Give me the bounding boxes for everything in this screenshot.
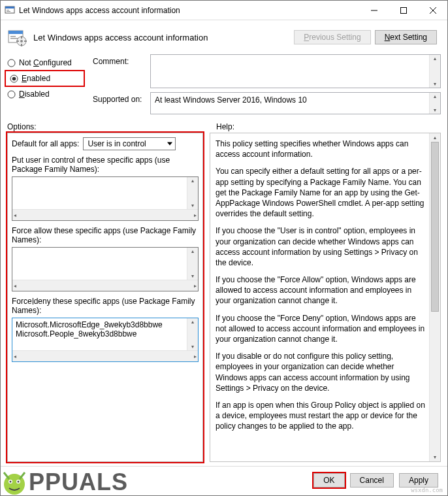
window-title: Let Windows apps access account informat… — [19, 6, 359, 15]
chevron-left-icon: ◂ — [14, 354, 16, 359]
scrollbar[interactable]: ▴ ▾ — [429, 93, 440, 114]
state-radiogroup: Not Configured Enabled Disabled — [7, 54, 82, 99]
supported-on-field: At least Windows Server 2016, Windows 10… — [150, 92, 441, 114]
svg-rect-2 — [7, 10, 9, 10]
chevron-up-icon: ▴ — [191, 248, 194, 255]
svg-rect-10 — [10, 36, 16, 37]
options-label: Options: — [7, 122, 203, 131]
ok-button[interactable]: OK — [313, 473, 344, 488]
chevron-up-icon: ▴ — [191, 318, 194, 325]
radio-enabled[interactable]: Enabled — [7, 73, 82, 84]
help-text: If you disable or do not configure this … — [216, 351, 426, 393]
chevron-right-icon: ▸ — [194, 283, 197, 289]
site-watermark: wsxdn.com — [411, 487, 443, 493]
chevron-down-icon: ▾ — [434, 80, 436, 88]
maximize-button[interactable] — [389, 1, 418, 20]
chevron-up-icon: ▴ — [434, 55, 436, 62]
minimize-button[interactable] — [359, 1, 389, 20]
help-text: If an app is open when this Group Policy… — [216, 400, 426, 432]
close-button[interactable] — [418, 1, 447, 20]
svg-point-21 — [8, 91, 15, 98]
app-icon — [5, 5, 15, 16]
svg-rect-1 — [5, 7, 14, 8]
help-text: If you choose the "Force Deny" option, W… — [216, 313, 426, 345]
chevron-down-icon: ▾ — [434, 107, 436, 114]
svg-rect-17 — [24, 41, 27, 42]
next-setting-button[interactable]: Next Setting — [375, 30, 437, 44]
svg-rect-15 — [21, 44, 22, 46]
scrollbar[interactable]: ▴ ▾ — [187, 318, 198, 350]
svg-point-20 — [12, 76, 16, 80]
svg-rect-11 — [10, 38, 18, 39]
chevron-down-icon: ▾ — [191, 343, 194, 350]
svg-rect-16 — [16, 41, 19, 42]
force-deny-listbox[interactable]: Microsoft.MicrosoftEdge_8wekyb3d8bbwe Mi… — [12, 318, 199, 362]
apply-button[interactable]: Apply — [399, 473, 438, 488]
force-allow-listbox[interactable]: ▴ ▾ ◂ ▸ — [12, 247, 199, 291]
svg-point-18 — [8, 59, 15, 67]
default-for-all-apps-label: Default for all apps: — [12, 139, 79, 148]
radio-not-configured[interactable]: Not Configured — [7, 58, 82, 67]
svg-rect-5 — [400, 7, 406, 13]
radio-disabled-label: Disabled — [19, 90, 50, 99]
put-user-in-control-listbox[interactable]: ▴ ▾ ◂ ▸ — [12, 176, 199, 221]
chevron-up-icon: ▴ — [430, 133, 440, 142]
help-text: You can specify either a default setting… — [216, 166, 426, 219]
radio-enabled-label: Enabled — [22, 74, 50, 83]
chevron-down-icon: ▾ — [430, 453, 440, 461]
help-label: Help: — [216, 122, 441, 131]
radio-not-configured-label: Not Configured — [19, 58, 72, 67]
svg-rect-3 — [7, 11, 10, 12]
scrollbar[interactable]: ▴ ▾ — [429, 55, 440, 88]
help-text: If you choose the "Force Allow" option, … — [216, 274, 426, 306]
scrollbar[interactable]: ▴ ▾ — [187, 248, 198, 280]
svg-point-13 — [20, 40, 23, 42]
chevron-up-icon: ▴ — [191, 177, 194, 184]
options-panel: Default for all apps: User is in control… — [7, 133, 203, 462]
comment-label: Comment: — [93, 54, 146, 66]
svg-rect-9 — [8, 31, 23, 34]
chevron-down-icon: ▾ — [191, 273, 194, 280]
chevron-left-icon: ◂ — [14, 283, 16, 289]
force-allow-label: Force allow these specific apps (use Pac… — [12, 226, 199, 244]
h-scrollbar[interactable]: ◂ ▸ — [12, 280, 198, 291]
help-text: If you choose the "User is in control" o… — [216, 225, 426, 268]
chevron-left-icon: ◂ — [14, 212, 16, 218]
cancel-button[interactable]: Cancel — [350, 473, 394, 488]
chevron-right-icon: ▸ — [194, 354, 197, 359]
default-for-all-apps-combo[interactable]: User is in control — [83, 137, 176, 150]
policy-title: Let Windows apps access account informat… — [33, 33, 289, 42]
help-panel: This policy setting specifies whether Wi… — [210, 133, 440, 461]
policy-header: Let Windows apps access account informat… — [1, 20, 447, 52]
chevron-down-icon: ▾ — [191, 202, 194, 209]
help-scrollbar[interactable]: ▴ ▾ — [429, 133, 440, 461]
dialog-footer: OK Cancel Apply — [1, 466, 447, 495]
comment-textarea[interactable]: ▴ ▾ — [150, 54, 441, 88]
dialog-window: Let Windows apps access account informat… — [0, 0, 448, 496]
supported-on-label: Supported on: — [93, 92, 146, 104]
svg-rect-14 — [21, 36, 22, 39]
help-panel-container: This policy setting specifies whether Wi… — [210, 133, 441, 462]
h-scrollbar[interactable]: ◂ ▸ — [12, 350, 198, 361]
help-text: This policy setting specifies whether Wi… — [216, 139, 426, 159]
put-user-in-control-label: Put user in control of these specific ap… — [12, 156, 199, 174]
chevron-up-icon: ▴ — [434, 93, 436, 100]
radio-disabled[interactable]: Disabled — [7, 90, 82, 99]
scrollbar[interactable]: ▴ ▾ — [187, 177, 198, 209]
previous-setting-button[interactable]: Previous Setting — [294, 30, 370, 44]
chevron-right-icon: ▸ — [194, 212, 197, 218]
scrollbar-thumb[interactable] — [431, 142, 439, 312]
h-scrollbar[interactable]: ◂ ▸ — [12, 209, 198, 220]
force-deny-label: Forcedeny these specific apps (use Packa… — [12, 297, 199, 315]
titlebar: Let Windows apps access account informat… — [1, 1, 447, 20]
policy-icon — [7, 27, 28, 48]
